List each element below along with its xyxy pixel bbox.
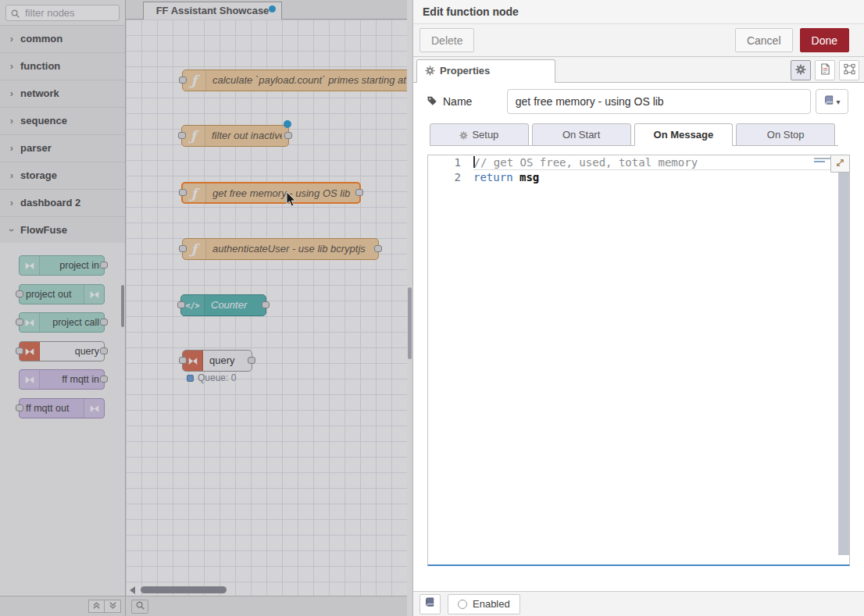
node-port-left[interactable] — [179, 357, 187, 364]
palette-node-ff-mqtt-out[interactable]: ff mqtt out — [19, 398, 105, 418]
gear-icon — [795, 64, 806, 77]
node-palette: ›common ›function ›network ›sequence ›pa… — [0, 0, 126, 616]
chevron-right-icon: › — [3, 162, 20, 189]
properties-gear-button[interactable] — [791, 60, 811, 80]
palette-category-dashboard2[interactable]: ›dashboard 2 — [0, 190, 125, 217]
palette-filter-row — [0, 0, 125, 26]
node-port-right[interactable] — [262, 301, 270, 308]
node-port-right[interactable] — [100, 347, 108, 354]
flow-node-counter[interactable]: </> Counter — [180, 294, 266, 316]
chevron-right-icon: › — [3, 53, 20, 80]
project-link-icon — [84, 285, 104, 304]
tray-body: Name ▾ Setup On Start On Message On Stop… — [413, 83, 864, 591]
palette-category-function[interactable]: ›function — [0, 53, 125, 80]
node-port-right[interactable] — [374, 245, 382, 252]
tab-on-stop[interactable]: On Stop — [736, 123, 835, 146]
flow-node-get-free-memory[interactable]: ƒ get free memory - using OS lib — [181, 182, 361, 204]
node-changed-indicator — [284, 120, 291, 128]
tray-tab-row: Properties — [413, 57, 864, 83]
name-input[interactable] — [507, 89, 811, 114]
node-port-right[interactable] — [248, 357, 255, 364]
canvas-horizontal-scrollbar[interactable] — [126, 586, 407, 594]
chevron-right-icon: › — [3, 190, 20, 216]
chevron-right-icon: › — [3, 26, 20, 52]
flow-node-calculate-primes[interactable]: ƒ calculate `payload.count` primes start… — [182, 69, 407, 91]
palette-category-parser[interactable]: ›parser — [0, 135, 125, 162]
tab-on-message[interactable]: On Message — [634, 123, 734, 146]
delete-button[interactable]: Delete — [420, 28, 474, 52]
flow-node-authenticate-user[interactable]: ƒ authenticateUser - use lib bcryptjs — [182, 238, 379, 260]
enabled-toggle-button[interactable]: Enabled — [448, 594, 520, 614]
scrollbar-thumb[interactable] — [141, 586, 227, 593]
search-icon — [10, 8, 20, 22]
collapse-all-button[interactable] — [88, 600, 105, 613]
palette-filter-input[interactable] — [5, 5, 120, 21]
code-editor[interactable]: 1 // get OS free, used, total memory 2 r… — [427, 155, 850, 566]
node-port-left[interactable] — [16, 290, 23, 297]
palette-node-project-out[interactable]: project out — [19, 284, 105, 304]
done-button[interactable]: Done — [800, 28, 849, 52]
double-chevron-down-icon — [109, 600, 117, 612]
project-link-icon — [20, 256, 40, 275]
node-port-right[interactable] — [100, 319, 108, 326]
node-port-left[interactable] — [16, 319, 23, 326]
book-icon — [425, 597, 435, 611]
palette-node-project-call[interactable]: project call — [19, 312, 105, 333]
description-button[interactable] — [815, 60, 835, 80]
library-export-button[interactable] — [420, 594, 441, 614]
node-status: Queue: 0 — [187, 372, 236, 383]
node-port-left[interactable] — [16, 404, 23, 411]
node-port-left[interactable] — [16, 347, 23, 354]
cancel-button[interactable]: Cancel — [735, 28, 793, 52]
library-button[interactable]: ▾ — [816, 89, 848, 114]
node-port-right[interactable] — [100, 376, 108, 383]
palette-node-ff-mqtt-in[interactable]: ff mqtt in — [19, 369, 105, 390]
tab-on-start[interactable]: On Start — [532, 123, 631, 146]
palette-node-project-in[interactable]: project in — [19, 255, 105, 276]
tab-ff-assistant-showcase[interactable]: FF Assistant Showcase — [143, 2, 282, 20]
book-icon — [824, 95, 834, 109]
node-port-right[interactable] — [284, 132, 292, 139]
editor-scrollbar[interactable] — [838, 155, 849, 555]
flow-node-query[interactable]: query — [182, 350, 252, 372]
chevron-right-icon: › — [3, 108, 20, 134]
palette-flowfuse-nodes: project in project out project call quer… — [0, 243, 125, 596]
chevron-down-icon: › — [0, 222, 25, 239]
expand-icon — [835, 158, 845, 170]
flow-node-filter-out-inactive[interactable]: ƒ filter out inactive — [181, 125, 289, 147]
palette-category-flowfuse[interactable]: ›FlowFuse — [0, 217, 125, 244]
node-port-right[interactable] — [355, 189, 363, 196]
expand-editor-button[interactable] — [830, 155, 850, 173]
chevron-down-icon: ▾ — [837, 98, 841, 106]
workspace-tab-bar: FF Assistant Showcase — [126, 0, 407, 20]
node-port-left[interactable] — [179, 189, 187, 196]
palette-category-common[interactable]: ›common — [0, 26, 125, 53]
search-icon — [135, 600, 145, 613]
appearance-button[interactable] — [839, 60, 859, 80]
palette-footer — [0, 596, 125, 616]
scrollbar-thumb[interactable] — [408, 287, 412, 359]
palette-category-network[interactable]: ›network — [0, 80, 125, 108]
gear-icon — [459, 131, 468, 140]
tray-toolbar: Delete Cancel Done — [413, 24, 864, 57]
node-port-left[interactable] — [178, 132, 186, 139]
chevron-right-icon: › — [3, 135, 20, 162]
expand-all-button[interactable] — [105, 600, 121, 613]
node-port-left[interactable] — [179, 245, 187, 252]
search-flows-button[interactable] — [131, 600, 148, 614]
palette-node-query[interactable]: query — [19, 341, 105, 361]
palette-scrollbar[interactable] — [121, 285, 124, 327]
tab-properties[interactable]: Properties — [416, 59, 555, 83]
scroll-left-arrow-icon[interactable] — [130, 586, 135, 594]
node-port-left[interactable] — [177, 301, 185, 308]
palette-category-storage[interactable]: ›storage — [0, 162, 125, 190]
function-code-tabs: Setup On Start On Message On Stop — [430, 123, 838, 146]
canvas-vertical-scrollbar[interactable] — [407, 0, 412, 616]
node-port-right[interactable] — [100, 262, 108, 269]
status-dot — [187, 375, 194, 382]
tab-setup[interactable]: Setup — [430, 123, 529, 146]
node-appearance-icon — [844, 63, 855, 77]
node-port-left[interactable] — [179, 77, 187, 84]
palette-category-sequence[interactable]: ›sequence — [0, 108, 125, 135]
flow-canvas[interactable]: FF Assistant Showcase ƒ calculate `paylo… — [126, 0, 407, 616]
